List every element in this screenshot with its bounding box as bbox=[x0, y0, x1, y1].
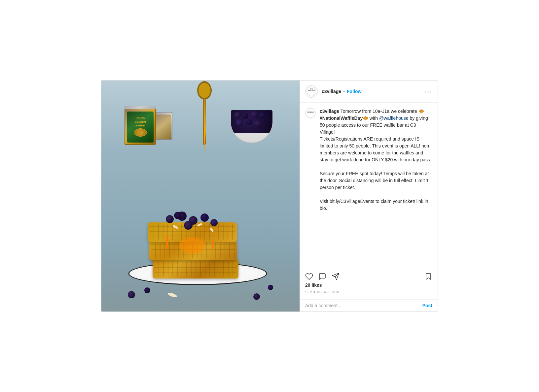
add-comment-row: Post bbox=[300, 299, 438, 311]
post-body: VILLAGE c3village Tomorrow from 10a-11a … bbox=[300, 103, 438, 267]
header-username[interactable]: c3village bbox=[322, 89, 341, 94]
post-header: VILLAGE c3village • Follow ··· bbox=[300, 81, 438, 103]
add-comment-input[interactable] bbox=[305, 303, 422, 308]
like-button[interactable] bbox=[305, 273, 313, 280]
comment-icon bbox=[318, 273, 326, 280]
svg-point-11 bbox=[312, 89, 313, 90]
comment-button[interactable] bbox=[318, 273, 326, 280]
post-actions: 20 likes SEPTEMBER 8, 2020 bbox=[300, 267, 438, 299]
avatar-logo-svg: VILLAGE bbox=[305, 85, 317, 97]
header-dot: • bbox=[343, 89, 345, 94]
share-icon bbox=[332, 273, 340, 280]
caption-body-2: by giving 50 people access to our FREE w… bbox=[320, 115, 431, 211]
likes-count: 20 likes bbox=[305, 282, 432, 289]
svg-point-12 bbox=[306, 109, 315, 118]
instagram-post: LYLE'SGOLDENSYRUP 🦁 bbox=[101, 80, 438, 312]
follow-button[interactable]: Follow bbox=[347, 89, 361, 94]
svg-point-4 bbox=[306, 86, 317, 97]
bookmark-icon bbox=[424, 273, 432, 280]
svg-point-16 bbox=[311, 111, 311, 111]
header-avatar[interactable]: VILLAGE bbox=[305, 85, 318, 98]
caption-text: c3village Tomorrow from 10a-11a we celeb… bbox=[320, 108, 432, 212]
share-button[interactable] bbox=[332, 273, 340, 280]
svg-point-10 bbox=[310, 89, 310, 90]
food-scene: LYLE'SGOLDENSYRUP 🦁 bbox=[101, 81, 300, 311]
caption-avatar-svg: VILLAGE bbox=[305, 108, 315, 118]
svg-point-1 bbox=[198, 83, 210, 98]
more-options-button[interactable]: ··· bbox=[425, 88, 432, 95]
caption-username[interactable]: c3village bbox=[320, 109, 339, 114]
heart-icon bbox=[305, 273, 313, 280]
caption-row: VILLAGE c3village Tomorrow from 10a-11a … bbox=[305, 108, 432, 212]
svg-point-15 bbox=[309, 111, 310, 111]
svg-point-8 bbox=[310, 88, 311, 89]
post-comment-button[interactable]: Post bbox=[422, 303, 432, 308]
caption-mention[interactable]: @wafflehouse bbox=[379, 115, 409, 121]
post-date: SEPTEMBER 8, 2020 bbox=[305, 289, 432, 298]
svg-point-18 bbox=[311, 112, 311, 112]
svg-point-9 bbox=[312, 88, 313, 89]
post-right-panel: VILLAGE c3village • Follow ··· bbox=[300, 81, 438, 311]
svg-point-17 bbox=[309, 112, 309, 112]
bookmark-button[interactable] bbox=[424, 273, 432, 280]
action-icons-row bbox=[305, 270, 432, 282]
post-image: LYLE'SGOLDENSYRUP 🦁 bbox=[101, 81, 300, 311]
caption-avatar[interactable]: VILLAGE bbox=[305, 108, 316, 118]
